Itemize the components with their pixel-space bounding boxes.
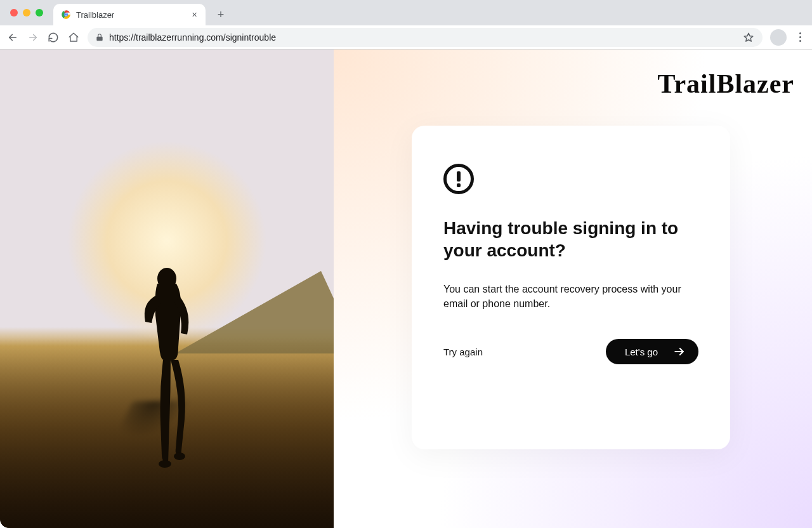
- content-panel: TrailBlazer Having trouble signing in to…: [334, 50, 812, 528]
- card-heading: Having trouble signing in to your accoun…: [443, 217, 698, 261]
- tab-title: Trailblazer: [76, 10, 184, 20]
- card-description: You can start the account recovery proce…: [443, 282, 698, 311]
- address-bar-url: https://trailblazerrunning.com/signintro…: [109, 32, 737, 43]
- window-zoom-button[interactable]: [36, 9, 43, 16]
- recovery-card: Having trouble signing in to your accoun…: [412, 126, 730, 449]
- svg-point-6: [174, 452, 185, 460]
- profile-avatar[interactable]: [770, 29, 787, 46]
- browser-chrome: Trailblazer + https://trailblazerrunning…: [0, 0, 812, 50]
- svg-point-3: [65, 13, 67, 15]
- window-controls: [6, 0, 47, 25]
- window-close-button[interactable]: [10, 9, 18, 16]
- lock-icon: [95, 33, 104, 42]
- hero-image: [0, 50, 334, 528]
- browser-menu-button[interactable]: [794, 32, 806, 42]
- browser-tab[interactable]: Trailblazer: [53, 4, 206, 25]
- new-tab-button[interactable]: +: [212, 6, 230, 23]
- nav-forward-button[interactable]: [27, 31, 39, 44]
- window-minimize-button[interactable]: [23, 9, 30, 16]
- tab-close-button[interactable]: [189, 10, 199, 20]
- brand-logo: TrailBlazer: [658, 69, 794, 99]
- lets-go-button-label: Let's go: [625, 346, 658, 357]
- tab-strip: Trailblazer +: [0, 0, 812, 25]
- browser-toolbar: https://trailblazerrunning.com/signintro…: [0, 25, 812, 49]
- arrow-right-icon: [673, 345, 686, 358]
- card-actions: Try again Let's go: [443, 339, 698, 364]
- try-again-link[interactable]: Try again: [443, 346, 483, 357]
- nav-back-button[interactable]: [6, 31, 19, 44]
- page-viewport: TrailBlazer Having trouble signing in to…: [0, 50, 812, 528]
- bookmark-star-icon[interactable]: [742, 31, 755, 44]
- svg-point-5: [159, 460, 171, 468]
- hero-runner-silhouette: [129, 265, 205, 480]
- nav-reload-button[interactable]: [47, 31, 60, 44]
- alert-icon: [443, 164, 474, 194]
- nav-home-button[interactable]: [67, 31, 80, 44]
- address-bar[interactable]: https://trailblazerrunning.com/signintro…: [88, 28, 763, 47]
- lets-go-button[interactable]: Let's go: [606, 339, 698, 364]
- tab-favicon-icon: [61, 10, 71, 20]
